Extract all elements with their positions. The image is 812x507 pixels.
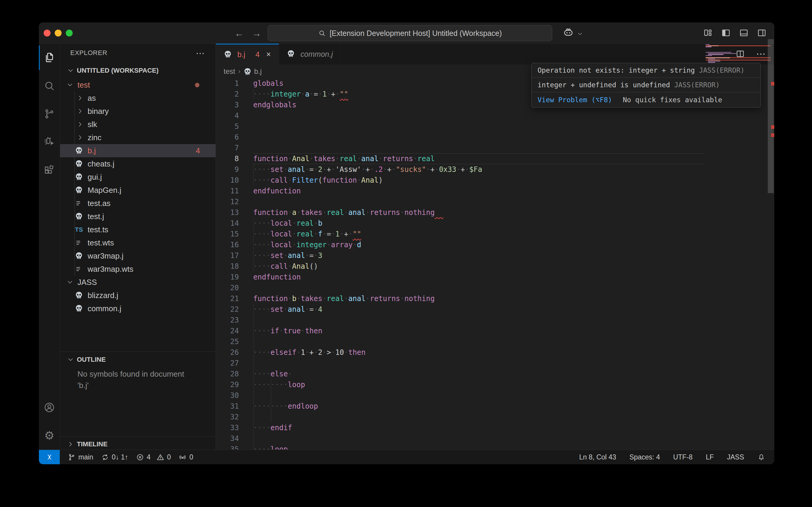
customize-layout-icon[interactable] (702, 27, 714, 39)
settings-gear-icon[interactable]: ⚙ (39, 421, 60, 450)
code-line-9[interactable]: 9····set·anal·=·2·+·'Assw'·+·.2·+·"sucks… (216, 164, 774, 175)
tree-item-common.j[interactable]: common.j (60, 302, 216, 315)
tab-common.j[interactable]: common.j (279, 44, 341, 65)
tree-item-gui.j[interactable]: gui.j (60, 170, 216, 183)
status-encoding[interactable]: UTF-8 (673, 453, 692, 461)
code-line-29[interactable]: 29········loop (216, 379, 774, 390)
tree-item-label: zinc (88, 133, 101, 142)
code-line-33[interactable]: 33····endif (216, 422, 774, 433)
status-notifications[interactable] (757, 453, 765, 461)
code-line-6[interactable]: 6 (216, 132, 774, 143)
code-line-14[interactable]: 14····local·real·b (216, 218, 774, 229)
view-problem-link[interactable]: View Problem (⌥F8) (537, 96, 612, 104)
tree-item-cheats.j[interactable]: cheats.j (60, 157, 216, 170)
accounts-icon[interactable] (39, 393, 60, 421)
status-language-mode[interactable]: JASS (727, 453, 744, 461)
code-line-10[interactable]: 10····call·Filter(function·Anal) (216, 175, 774, 186)
navigate-back-icon[interactable]: ← (233, 26, 246, 40)
line-number: 3 (216, 100, 239, 110)
code-editor[interactable]: 1globals2····integer·a·=·1·+·""3endgloba… (216, 78, 774, 450)
code-line-22[interactable]: 22····set·anal·=·4 (216, 304, 774, 315)
status-broadcast-status[interactable]: 0 (178, 453, 193, 461)
code-line-21[interactable]: 21function·b·takes·real·anal·returns·not… (216, 293, 774, 304)
tree-item-test.as[interactable]: test.as (60, 197, 216, 210)
tree-item-binary[interactable]: binary (60, 105, 216, 118)
code-line-25[interactable]: 25 (216, 336, 774, 347)
outline-section-header[interactable]: OUTLINE (60, 353, 216, 366)
close-window-button[interactable] (44, 30, 51, 37)
activity-search-icon[interactable] (39, 72, 60, 100)
tree-item-label: as (88, 94, 96, 103)
command-center[interactable]: [Extension Development Host] Untitled (W… (268, 25, 552, 41)
tree-item-war3map.j[interactable]: war3map.j (60, 249, 216, 263)
close-tab-icon[interactable]: × (266, 50, 271, 59)
code-line-24[interactable]: 24····if·true·then (216, 326, 774, 336)
breadcrumb-folder[interactable]: test (224, 67, 235, 76)
code-line-18[interactable]: 18····call·Anal() (216, 261, 774, 272)
activity-extensions-icon[interactable] (39, 156, 60, 184)
editor-scrollbar[interactable] (767, 44, 774, 450)
chevron-down-icon[interactable] (577, 31, 583, 37)
tab-problems-badge: 4 (255, 50, 259, 59)
code-line-8[interactable]: 8function·Anal·takes·real·anal·returns·r… (216, 153, 774, 164)
code-line-12[interactable]: 12 (216, 196, 774, 207)
toggle-panel-icon[interactable] (738, 27, 750, 39)
tree-item-JASS[interactable]: JASS (60, 276, 216, 289)
scrollbar-slider[interactable] (768, 39, 774, 193)
status-problems[interactable]: 40 (136, 453, 171, 461)
workspace-section-header[interactable]: UNTITLED (WORKSPACE) (60, 64, 216, 77)
tree-item-war3map.wts[interactable]: war3map.wts (60, 263, 216, 276)
code-line-11[interactable]: 11endfunction (216, 186, 774, 196)
status-eol[interactable]: LF (706, 453, 714, 461)
activity-source-control-icon[interactable] (39, 100, 60, 128)
status-indentation[interactable]: Spaces: 4 (629, 453, 660, 461)
tree-item-slk[interactable]: slk (60, 118, 216, 131)
code-line-31[interactable]: 31········endloop (216, 401, 774, 412)
code-line-15[interactable]: 15····local·real·f·=·1·+·"" (216, 229, 774, 239)
code-line-26[interactable]: 26····elseif·1·+·2·>·10·then (216, 347, 774, 358)
remote-indicator[interactable] (39, 450, 60, 464)
explorer-more-actions-icon[interactable]: ⋯ (196, 48, 206, 58)
status-sync-status[interactable]: 0↓ 1↑ (101, 453, 128, 461)
line-number: 25 (216, 336, 239, 347)
tab-b.j[interactable]: b.j4× (216, 44, 279, 65)
code-line-7[interactable]: 7 (216, 143, 774, 153)
code-line-30[interactable]: 30 (216, 390, 774, 401)
code-line-20[interactable]: 20 (216, 282, 774, 293)
code-line-16[interactable]: 16····local·integer·array·d (216, 239, 774, 250)
tree-item-blizzard.j[interactable]: blizzard.j (60, 289, 216, 302)
toggle-primary-sidebar-icon[interactable] (720, 27, 732, 39)
status-git-branch[interactable]: main (68, 453, 93, 461)
navigate-forward-icon[interactable]: → (250, 26, 263, 40)
code-line-17[interactable]: 17····set·anal·=·3 (216, 250, 774, 261)
code-line-28[interactable]: 28····else· (216, 369, 774, 379)
code-line-13[interactable]: 13function·a·takes·real·anal·returns·not… (216, 207, 774, 218)
code-line-34[interactable]: 34 (216, 433, 774, 444)
code-line-32[interactable]: 32 (216, 412, 774, 422)
toggle-secondary-sidebar-icon[interactable] (756, 27, 768, 39)
tree-item-test.j[interactable]: test.j (60, 210, 216, 223)
tree-item-test[interactable]: test (60, 78, 216, 92)
code-line-35[interactable]: 35····loop (216, 444, 774, 450)
timeline-section-header[interactable]: TIMELINE (60, 438, 216, 451)
tree-item-zinc[interactable]: zinc (60, 131, 216, 144)
code-line-5[interactable]: 5 (216, 121, 774, 132)
code-line-19[interactable]: 19endfunction (216, 272, 774, 282)
tree-item-as[interactable]: as (60, 92, 216, 105)
activity-run-debug-icon[interactable] (39, 128, 60, 156)
code-line-4[interactable]: 4 (216, 110, 774, 121)
tree-item-b.j[interactable]: b.j4 (60, 144, 216, 157)
activity-explorer-icon[interactable] (39, 44, 60, 72)
copilot-icon[interactable] (563, 27, 575, 39)
skull-file-icon (74, 291, 83, 300)
tree-item-MapGen.j[interactable]: MapGen.j (60, 183, 216, 197)
code-line-23[interactable]: 23 (216, 315, 774, 326)
code-line-27[interactable]: 27 (216, 358, 774, 369)
status-cursor-position[interactable]: Ln 8, Col 43 (579, 453, 616, 461)
tree-item-test.wts[interactable]: test.wts (60, 236, 216, 249)
zoom-window-button[interactable] (66, 30, 73, 37)
minimize-window-button[interactable] (55, 30, 62, 37)
line-number: 29 (216, 379, 239, 390)
tree-item-test.ts[interactable]: TStest.ts (60, 223, 216, 236)
breadcrumb-file[interactable]: b.j (254, 67, 262, 76)
